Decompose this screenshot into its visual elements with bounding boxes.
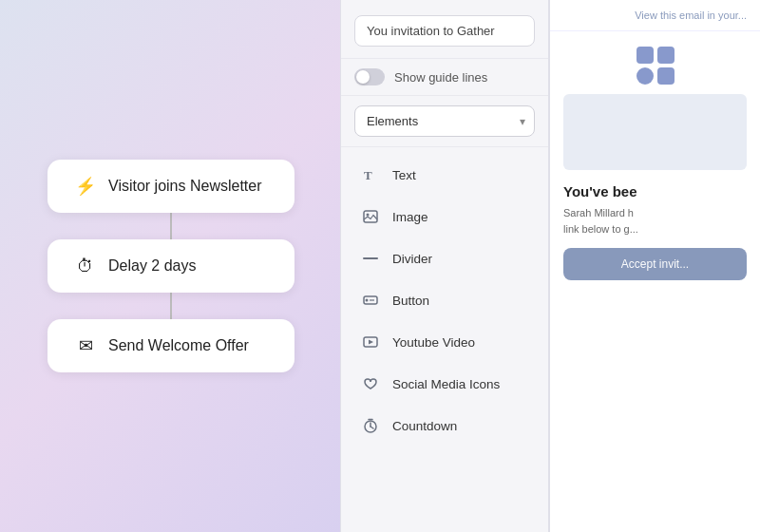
text-icon: T <box>360 164 381 185</box>
svg-point-2 <box>367 214 370 217</box>
preview-cta-button[interactable]: Accept invit... <box>563 248 747 280</box>
guide-lines-toggle[interactable] <box>354 68 385 86</box>
guide-lines-row: Show guide lines <box>341 59 548 96</box>
delay-node-label: Delay 2 days <box>108 257 197 275</box>
logo-block-4 <box>657 67 674 85</box>
preview-subtext: Sarah Millard h link below to g... <box>563 205 747 237</box>
divider-icon <box>360 248 381 269</box>
element-label-social: Social Media Icons <box>392 377 500 391</box>
action-node[interactable]: ✉ Send Welcome Offer <box>48 319 294 372</box>
button-icon <box>360 290 381 311</box>
guide-lines-label: Show guide lines <box>394 70 487 85</box>
element-item-divider[interactable]: Divider <box>347 238 542 278</box>
svg-line-11 <box>370 427 373 428</box>
element-label-youtube: Youtube Video <box>392 335 475 350</box>
logo-block-2 <box>657 47 674 64</box>
preview-logo-area <box>550 31 760 94</box>
element-label-button: Button <box>392 294 429 308</box>
element-item-image[interactable]: Image <box>347 197 542 237</box>
element-item-social[interactable]: Social Media Icons <box>347 364 542 404</box>
delay-node[interactable]: ⏱ Delay 2 days <box>48 239 294 293</box>
clock-icon: ⏱ <box>74 255 97 277</box>
action-node-label: Send Welcome Offer <box>108 337 249 354</box>
preview-text-area: You've bee Sarah Millard h link below to… <box>550 183 760 248</box>
element-item-text[interactable]: T Text <box>347 155 542 195</box>
envelope-icon: ✉ <box>74 334 97 357</box>
view-email-text: View this email in your... <box>635 10 747 21</box>
elements-select-wrapper: Elements Layout Content <box>354 105 535 137</box>
elements-dropdown[interactable]: Elements Layout Content <box>354 105 535 137</box>
svg-marker-8 <box>369 340 373 345</box>
element-item-countdown[interactable]: Countdown <box>347 406 542 446</box>
connector-2 <box>170 293 172 319</box>
logo-block-3 <box>636 67 654 85</box>
trigger-node-label: Visitor joins Newsletter <box>108 178 262 195</box>
preview-image <box>563 94 747 170</box>
email-preview: View this email in your... You've bee Sa… <box>550 0 760 532</box>
lightning-icon: ⚡ <box>74 175 97 198</box>
countdown-icon <box>360 415 381 436</box>
preview-subtext-line2: link below to g... <box>563 223 638 235</box>
elements-list: T Text Image Divider <box>341 147 548 532</box>
workflow-area: ⚡ Visitor joins Newsletter ⏱ Delay 2 day… <box>0 0 342 532</box>
element-item-button[interactable]: Button <box>347 280 542 320</box>
svg-text:T: T <box>364 168 372 182</box>
preview-top-bar: View this email in your... <box>550 0 760 31</box>
element-label-divider: Divider <box>392 252 432 266</box>
heart-icon <box>360 373 381 394</box>
trigger-node[interactable]: ⚡ Visitor joins Newsletter <box>48 160 294 213</box>
preview-subtext-line1: Sarah Millard h <box>563 207 634 218</box>
logo-block-1 <box>636 47 654 64</box>
element-label-text: Text <box>392 168 416 182</box>
brand-logo <box>636 47 674 85</box>
preview-cta-label: Accept invit... <box>621 257 689 271</box>
preview-heading: You've bee <box>563 183 747 200</box>
svg-point-5 <box>366 299 369 302</box>
element-label-countdown: Countdown <box>392 419 457 433</box>
connector-1 <box>170 213 172 239</box>
subject-bar <box>341 0 548 59</box>
email-subject-input[interactable] <box>354 15 535 47</box>
element-label-image: Image <box>392 210 428 224</box>
elements-dropdown-row: Elements Layout Content <box>341 96 548 147</box>
elements-panel: Show guide lines Elements Layout Content… <box>340 0 549 532</box>
element-item-youtube[interactable]: Youtube Video <box>347 322 542 362</box>
email-preview-panel: View this email in your... You've bee Sa… <box>549 0 760 532</box>
image-icon <box>360 206 381 227</box>
youtube-icon <box>360 332 381 352</box>
